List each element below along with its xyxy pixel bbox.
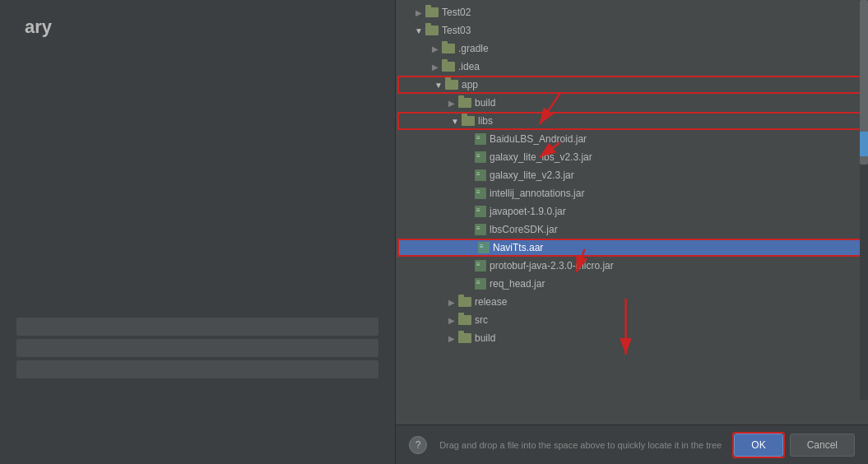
- tree-item-lbscore[interactable]: ▶ lbsCoreSDK.jar: [396, 220, 868, 239]
- expand-arrow: ▼: [412, 26, 425, 35]
- item-label: NaviTts.aar: [493, 242, 865, 253]
- collapse-arrow: ▶: [445, 298, 458, 307]
- item-label: req_head.jar: [490, 278, 868, 290]
- collapse-arrow: ▶: [412, 8, 425, 17]
- tree-item-src[interactable]: ▶ src: [396, 311, 868, 329]
- item-label: galaxy_lite_v2.3.jar: [490, 169, 868, 181]
- item-label: Test03: [442, 25, 868, 36]
- folder-icon: [458, 297, 471, 307]
- folder-icon: [442, 62, 455, 72]
- scrollbar-accent: [860, 132, 868, 156]
- collapse-arrow: ▶: [429, 44, 442, 53]
- tree-item-baidulbs[interactable]: ▶ BaiduLBS_Android.jar: [396, 130, 868, 148]
- tree-item-idea[interactable]: ▶ .idea: [396, 58, 868, 76]
- left-bar-1: [16, 318, 378, 336]
- item-label: Test02: [442, 7, 868, 18]
- collapse-arrow: ▶: [445, 316, 458, 325]
- tree-item-galaxy[interactable]: ▶ galaxy_lite_v2.3.jar: [396, 166, 868, 184]
- tree-item-test03[interactable]: ▼ Test03: [396, 21, 868, 39]
- item-label: src: [475, 314, 868, 326]
- item-label: .gradle: [458, 43, 868, 54]
- collapse-arrow: ▶: [445, 99, 458, 108]
- item-label: build: [475, 332, 868, 344]
- left-title: ary: [0, 0, 395, 54]
- left-bar-3: [16, 360, 378, 378]
- tree-item-test02[interactable]: ▶ Test02: [396, 3, 868, 21]
- tree-area[interactable]: ▶ Test02 ▼ Test03 ▶ .gradle ▶ .idea: [396, 0, 868, 425]
- tree-item-gradle[interactable]: ▶ .gradle: [396, 39, 868, 58]
- tree-item-app[interactable]: ▼ app: [397, 76, 866, 94]
- left-bars: [0, 314, 395, 382]
- jar-icon: [475, 278, 486, 290]
- left-panel: ary: [0, 0, 395, 464]
- tree-item-galaxy-lbs[interactable]: ▶ galaxy_lite_lbs_v2.3.jar: [396, 148, 868, 166]
- item-label: libs: [478, 115, 865, 127]
- jar-icon: [475, 151, 486, 163]
- tree-item-libs[interactable]: ▼ libs: [397, 112, 866, 130]
- jar-icon: [475, 224, 486, 235]
- folder-icon: [425, 26, 439, 35]
- collapse-arrow: ▶: [429, 63, 442, 72]
- bottom-bar: ? Drag and drop a file into the space ab…: [396, 425, 868, 464]
- item-label: javapoet-1.9.0.jar: [490, 206, 868, 217]
- tree-item-navitts[interactable]: ▶ NaviTts.aar: [397, 239, 866, 257]
- jar-icon: [475, 260, 486, 271]
- item-label: release: [475, 296, 868, 308]
- tree-item-req-head[interactable]: ▶ req_head.jar: [396, 275, 868, 293]
- folder-icon: [462, 116, 475, 126]
- item-label: galaxy_lite_lbs_v2.3.jar: [490, 151, 868, 163]
- item-label: protobuf-java-2.3.0-micro.jar: [490, 260, 868, 271]
- tree-item-build2[interactable]: ▶ build: [396, 329, 868, 347]
- hint-text: Drag and drop a file into the space abov…: [427, 440, 734, 450]
- help-button[interactable]: ?: [409, 436, 427, 454]
- tree-item-javapoet[interactable]: ▶ javapoet-1.9.0.jar: [396, 202, 868, 220]
- item-label: build: [475, 97, 868, 109]
- tree-item-protobuf[interactable]: ▶ protobuf-java-2.3.0-micro.jar: [396, 257, 868, 275]
- expand-arrow: ▼: [432, 81, 445, 90]
- ok-button[interactable]: OK: [734, 434, 782, 457]
- tree-item-build[interactable]: ▶ build: [396, 94, 868, 112]
- item-label: .idea: [458, 61, 868, 72]
- item-label: BaiduLBS_Android.jar: [490, 133, 868, 145]
- jar-icon: [475, 169, 486, 181]
- folder-icon: [445, 80, 458, 90]
- folder-icon: [458, 315, 471, 325]
- jar-icon: [475, 188, 486, 199]
- folder-icon: [458, 98, 471, 108]
- button-group: OK Cancel: [734, 434, 855, 457]
- item-label: intellij_annotations.jar: [490, 188, 868, 199]
- folder-icon: [442, 44, 455, 53]
- aar-icon: [478, 242, 490, 253]
- item-label: lbsCoreSDK.jar: [490, 224, 868, 235]
- left-bar-2: [16, 339, 378, 357]
- jar-icon: [475, 133, 486, 145]
- collapse-arrow: ▶: [445, 334, 458, 343]
- jar-icon: [475, 206, 486, 217]
- folder-icon: [458, 333, 471, 343]
- file-tree-dialog: ▶ Test02 ▼ Test03 ▶ .gradle ▶ .idea: [395, 0, 868, 464]
- tree-item-release[interactable]: ▶ release: [396, 293, 868, 311]
- expand-arrow: ▼: [448, 117, 462, 126]
- item-label: app: [462, 79, 865, 90]
- cancel-button[interactable]: Cancel: [790, 434, 855, 457]
- scrollbar-track[interactable]: [860, 0, 868, 400]
- folder-icon: [425, 7, 439, 17]
- tree-item-intellij[interactable]: ▶ intellij_annotations.jar: [396, 184, 868, 202]
